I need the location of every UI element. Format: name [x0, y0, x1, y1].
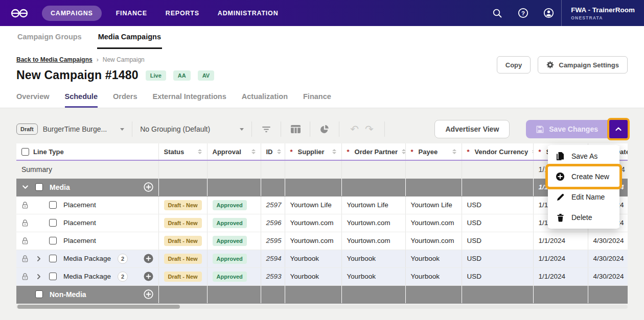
table-row-summary: Summary1/1/20244/30/2024 — [16, 160, 628, 178]
filter-icon[interactable] — [260, 125, 273, 133]
tab-overview[interactable]: Overview — [16, 92, 50, 108]
cell-line-type: Placement — [16, 232, 158, 250]
schedule-version-label: BurgerTime Burge... — [43, 125, 107, 133]
cell-line-type: Media Package2 — [16, 250, 158, 267]
status-badge: Approved — [213, 272, 247, 282]
row-checkbox[interactable] — [35, 183, 43, 191]
lock-open-icon[interactable] — [21, 255, 29, 263]
redo-icon[interactable]: ↷ — [365, 124, 374, 134]
save-menu-toggle-button[interactable] — [609, 120, 628, 138]
tab-actualization[interactable]: Actualization — [242, 92, 288, 108]
cell-line-type: Media — [16, 178, 158, 196]
row-checkbox[interactable] — [49, 219, 57, 227]
tab-campaign-groups[interactable]: Campaign Groups — [16, 26, 83, 49]
grouping-selector[interactable]: No Grouping (Default) — [140, 125, 244, 133]
lock-open-icon[interactable] — [21, 237, 29, 245]
chevron-right-icon[interactable] — [36, 256, 42, 262]
lock-open-icon[interactable] — [21, 219, 29, 227]
cell-status: Draft - New — [158, 250, 207, 267]
sort-icon[interactable] — [452, 149, 456, 154]
menu-item-create-new[interactable]: Create New — [548, 166, 619, 187]
cell-id: 2595 — [261, 232, 285, 250]
cell-id — [261, 160, 285, 178]
cell-payee — [405, 160, 462, 178]
chevron-right-icon[interactable] — [36, 274, 42, 280]
columns-icon[interactable] — [289, 125, 302, 133]
divider — [384, 121, 385, 137]
add-line-icon[interactable] — [144, 182, 153, 192]
row-checkbox[interactable] — [49, 237, 57, 244]
tenant-org: ONESTRATA — [571, 15, 635, 20]
lock-open-icon[interactable] — [21, 201, 29, 209]
undo-icon[interactable]: ↶ — [350, 124, 359, 134]
column-header-status[interactable]: Status — [158, 143, 207, 160]
tab-media-campaigns[interactable]: Media Campaigns — [97, 26, 162, 49]
column-header-vendor-currency[interactable]: *Vendor Currency — [462, 143, 533, 160]
tab-finance[interactable]: Finance — [303, 92, 331, 108]
lock-open-icon[interactable] — [21, 273, 29, 281]
nav-item-campaigns[interactable]: CAMPAIGNS — [42, 6, 102, 21]
tab-schedule[interactable]: Schedule — [65, 92, 98, 108]
sort-icon[interactable] — [251, 149, 256, 154]
add-child-line-icon[interactable] — [144, 254, 153, 263]
column-header-approval[interactable]: Approval — [207, 143, 261, 160]
save-changes-button[interactable]: Save Changes — [526, 120, 608, 138]
column-header-supplier[interactable]: *Supplier — [285, 143, 341, 160]
cell-vendor-currency: USD — [462, 250, 533, 267]
tab-orders[interactable]: Orders — [113, 92, 137, 108]
brand-logo[interactable] — [10, 8, 29, 19]
add-line-icon[interactable] — [144, 289, 153, 299]
row-checkbox[interactable] — [49, 255, 57, 262]
select-all-checkbox[interactable] — [21, 148, 29, 156]
schedule-version-selector[interactable]: BurgerTime Burge... — [43, 125, 125, 133]
cell-vendor-currency: USD — [462, 232, 533, 250]
schedule-draft-badge: Draft — [16, 124, 38, 135]
cell-supplier — [285, 178, 341, 196]
required-asterisk: * — [467, 148, 470, 156]
status-badge-live: Live — [146, 70, 166, 81]
sort-icon[interactable] — [277, 149, 281, 154]
menu-item-delete[interactable]: Delete — [548, 207, 619, 228]
row-checkbox[interactable] — [49, 201, 57, 209]
cell-vendor-currency — [462, 160, 533, 178]
column-header-id[interactable]: ID — [261, 143, 285, 160]
row-checkbox[interactable] — [49, 273, 57, 280]
nav-item-reports[interactable]: REPORTS — [166, 10, 199, 17]
copy-button[interactable]: Copy — [497, 56, 531, 73]
menu-item-label: Delete — [571, 213, 592, 221]
column-header-payee[interactable]: *Payee — [405, 143, 462, 160]
pie-chart-icon[interactable] — [318, 124, 331, 134]
cell-supplier: Yourtown.com — [285, 214, 341, 232]
chevron-down-icon[interactable] — [22, 184, 29, 190]
nav-item-administration[interactable]: ADMINISTRATION — [218, 10, 279, 17]
nav-item-finance[interactable]: FINANCE — [116, 10, 147, 17]
grouping-label: No Grouping (Default) — [140, 125, 210, 133]
cell-vendor-currency: USD — [462, 196, 533, 214]
row-checkbox[interactable] — [35, 290, 43, 298]
tab-external-integrations[interactable]: External Integrations — [153, 92, 226, 108]
table-row-non-media: Non-Media — [16, 285, 628, 303]
cell-supplier: Yourtown Life — [285, 196, 341, 214]
breadcrumb-back-link[interactable]: Back to Media Campaigns — [16, 56, 93, 63]
search-icon[interactable] — [485, 8, 510, 18]
add-child-line-icon[interactable] — [144, 272, 153, 281]
column-header-order-partner[interactable]: *Order Partner — [341, 143, 405, 160]
help-icon[interactable]: ? — [510, 8, 536, 18]
horizontal-scrollbar[interactable] — [16, 305, 628, 309]
scrollbar-thumb[interactable] — [17, 305, 180, 309]
menu-item-edit-name[interactable]: Edit Name — [548, 187, 619, 207]
column-label: Approval — [213, 148, 241, 156]
sort-icon[interactable] — [402, 149, 405, 154]
sort-icon[interactable] — [332, 149, 336, 154]
cell-order-partner — [341, 178, 405, 196]
save-changes-label: Save Changes — [549, 125, 598, 133]
svg-text:?: ? — [521, 10, 525, 16]
user-icon[interactable] — [536, 8, 561, 18]
tenant-switcher[interactable]: FWA - TrainerRoom ONESTRATA — [561, 0, 644, 26]
advertiser-view-button[interactable]: Advertiser View — [434, 120, 510, 138]
column-label: Order Partner — [355, 148, 398, 156]
sort-icon[interactable] — [198, 149, 202, 154]
campaign-settings-button[interactable]: Campaign Settings — [538, 56, 628, 73]
cell-order-partner: Yourbook — [341, 250, 405, 267]
menu-item-save-as[interactable]: Save As — [548, 146, 619, 166]
